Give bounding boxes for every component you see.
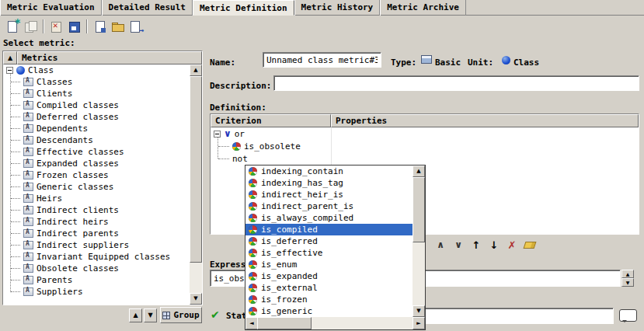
tree-item-label: Expanded classes — [37, 159, 119, 169]
import-metric-button[interactable] — [91, 18, 109, 35]
tree-item-label: Deferred classes — [37, 112, 119, 122]
dropdown-vertical-scrollbar[interactable]: ▲ ▼ — [413, 166, 425, 317]
dropdown-item-is-effective[interactable]: is_effective — [245, 247, 413, 259]
tree-item-indirect-clients[interactable]: Indirect clients — [3, 204, 190, 216]
scroll-down-icon[interactable]: ▼ — [413, 305, 425, 317]
tab-detailed-result[interactable]: Detailed Result — [102, 0, 193, 16]
and-operator-button[interactable]: ∧ — [435, 239, 446, 251]
name-input[interactable] — [263, 52, 381, 68]
dropdown-item-is-compiled[interactable]: is_compiled — [245, 224, 413, 235]
dropdown-item-indirect-heir-is[interactable]: indirect_heir_is — [245, 189, 413, 200]
tree-item-class[interactable]: Class — [3, 64, 190, 76]
dropdown-item-label: indexing_contain — [261, 166, 343, 176]
export-metric-icon — [129, 20, 142, 33]
tree-item-indirect-heirs[interactable]: Indirect heirs — [3, 216, 190, 228]
dropdown-item-indirect-parent-is[interactable]: indirect_parent_is — [245, 200, 413, 212]
expression-scrollbar[interactable]: ▲ ▼ — [621, 270, 633, 287]
description-input[interactable] — [273, 75, 639, 91]
metric-icon — [23, 89, 33, 98]
dropdown-horizontal-scrollbar[interactable]: ◄ ► — [245, 317, 425, 329]
dropdown-item-is-expanded[interactable]: is_expanded — [245, 270, 413, 282]
open-metric-file-button[interactable] — [109, 18, 127, 35]
new-metric-button[interactable] — [4, 18, 22, 35]
definition-row-label: is_obsolete — [244, 141, 301, 152]
tree-item-generic-classes[interactable]: Generic classes — [3, 181, 190, 193]
metric-tree: Class ClassesClientsCompiled classesDefe… — [3, 64, 190, 305]
tree-item-label: Obsolete classes — [37, 263, 119, 274]
tree-item-indirect-parents[interactable]: Indirect parents — [3, 228, 190, 239]
group-button[interactable]: Group — [160, 307, 202, 323]
tree-scrollbar-thumb[interactable] — [190, 76, 202, 263]
remove-criterion-button[interactable]: ✗ — [506, 239, 517, 251]
or-operator-button[interactable]: ∨ — [453, 239, 464, 251]
sort-ascending-icon[interactable]: ▲ — [3, 51, 17, 64]
definition-row-not[interactable]: not — [211, 152, 639, 165]
move-metric-down-button[interactable]: ▼ — [144, 308, 157, 322]
dropdown-item-indexing-contain[interactable]: indexing_contain — [245, 166, 413, 177]
definition-row-or[interactable]: ∨ or — [211, 127, 639, 140]
dropdown-item-is-frozen[interactable]: is_frozen — [245, 294, 413, 305]
move-metric-up-button[interactable]: ▲ — [129, 308, 142, 322]
save-metric-icon — [68, 20, 81, 33]
properties-column-header[interactable]: Properties — [331, 114, 639, 127]
save-metric-button[interactable] — [65, 18, 83, 35]
copy-metric-button[interactable] — [22, 18, 40, 35]
scroll-left-icon[interactable]: ◄ — [245, 317, 258, 329]
criterion-column-header[interactable]: Criterion — [211, 114, 331, 127]
erase-criteria-button[interactable] — [524, 239, 535, 251]
scroll-up-icon[interactable]: ▲ — [413, 166, 425, 177]
tree-item-deferred-classes[interactable]: Deferred classes — [3, 111, 190, 123]
dropdown-item-is-always-compiled[interactable]: is_always_compiled — [245, 212, 413, 224]
dropdown-item-is-enum[interactable]: is_enum — [245, 259, 413, 270]
tree-item-label: Heirs — [37, 193, 62, 204]
definition-row-label: or — [235, 129, 245, 139]
toolbar-separator — [43, 19, 44, 33]
tab-metric-evaluation[interactable]: Metric Evaluation — [0, 0, 102, 16]
scroll-down-icon[interactable]: ▼ — [190, 293, 202, 305]
definition-row-is-obsolete[interactable]: is_obsolete — [211, 140, 639, 152]
tab-metric-history[interactable]: Metric History — [294, 0, 381, 16]
dropdown-item-is-generic[interactable]: is_generic — [245, 305, 413, 317]
tree-item-expanded-classes[interactable]: Expanded classes — [3, 158, 190, 169]
collapse-icon[interactable] — [214, 131, 221, 138]
move-criterion-down-button[interactable]: ↓ — [489, 239, 500, 251]
metric-icon — [23, 276, 33, 284]
grid-icon — [162, 312, 170, 319]
scroll-down-icon[interactable]: ▼ — [621, 278, 634, 287]
move-criterion-up-button[interactable]: ↑ — [471, 239, 482, 251]
dropdown-item-indexing-has-tag[interactable]: indexing_has_tag — [245, 177, 413, 189]
delete-metric-button[interactable] — [47, 18, 65, 35]
definition-row-label: not — [232, 154, 248, 164]
tree-item-dependents[interactable]: Dependents — [3, 123, 190, 134]
metric-icon — [23, 206, 33, 214]
tree-item-compiled-classes[interactable]: Compiled classes — [3, 99, 190, 111]
tree-item-label: Compiled classes — [37, 100, 119, 110]
tab-metric-definition[interactable]: Metric Definition — [193, 0, 294, 16]
tree-item-invariant-equipped-classes[interactable]: Invariant Equipped classes — [3, 251, 190, 263]
toolbar-separator — [86, 19, 88, 33]
tree-item-suppliers[interactable]: Suppliers — [3, 286, 190, 298]
dropdown-hscrollbar-thumb[interactable] — [257, 317, 312, 329]
tree-item-frozen-classes[interactable]: Frozen classes — [3, 169, 190, 181]
tree-item-parents[interactable]: Parents — [3, 274, 190, 286]
tree-item-descendants[interactable]: Descendants — [3, 134, 190, 146]
class-unit-icon — [16, 66, 25, 75]
dropdown-item-is-external[interactable]: is_external — [245, 282, 413, 294]
tree-item-obsolete-classes[interactable]: Obsolete classes — [3, 263, 190, 274]
export-metric-button[interactable] — [127, 18, 144, 35]
tree-item-classes[interactable]: Classes — [3, 76, 190, 88]
scroll-up-icon[interactable]: ▲ — [190, 64, 202, 76]
tree-item-effective-classes[interactable]: Effective classes — [3, 146, 190, 158]
comment-bubble-icon[interactable] — [619, 309, 637, 322]
criterion-ball-icon — [249, 214, 257, 222]
dropdown-scrollbar-thumb[interactable] — [413, 177, 425, 242]
metrics-column-header[interactable]: Metrics — [17, 51, 202, 64]
tree-scrollbar[interactable]: ▲ ▼ — [190, 64, 202, 305]
dropdown-item-is-deferred[interactable]: is_deferred — [245, 235, 413, 247]
tab-metric-archive[interactable]: Metric Archive — [380, 0, 466, 16]
tree-item-heirs[interactable]: Heirs — [3, 193, 190, 204]
tree-item-indirect-suppliers[interactable]: Indirect suppliers — [3, 239, 190, 251]
tree-item-clients[interactable]: Clients — [3, 88, 190, 99]
scroll-right-icon[interactable]: ► — [413, 317, 425, 329]
scroll-up-icon[interactable]: ▲ — [621, 270, 634, 278]
